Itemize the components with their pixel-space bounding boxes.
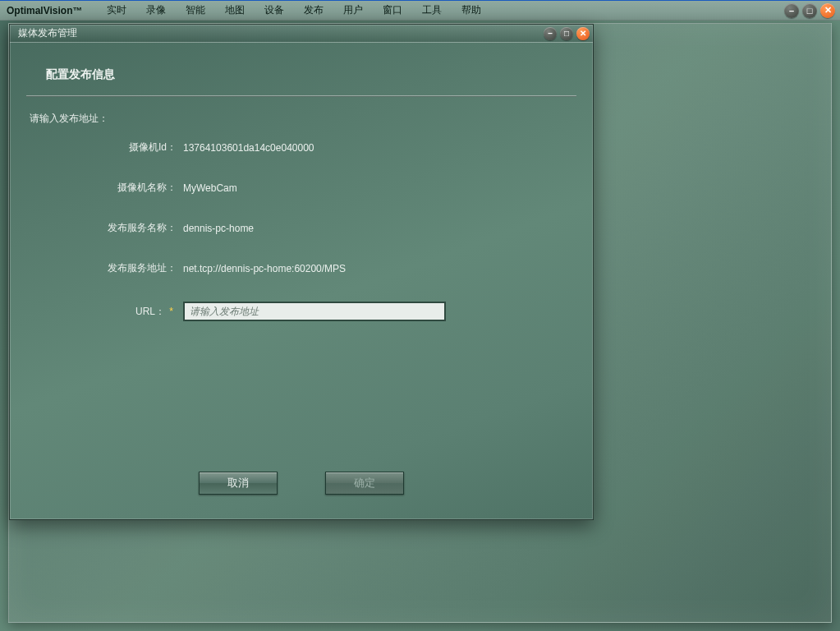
row-url: URL： * [39,302,580,321]
row-camera-id: 摄像机Id： 13764103601da14c0e040000 [39,140,580,154]
app-titlebar: OptimalVision™ 实时 录像 智能 地图 设备 发布 用户 窗口 工… [0,1,840,21]
dialog-body: 配置发布信息 请输入发布地址： 摄像机Id： 13764103601da14c0… [10,43,593,519]
section-divider [26,95,576,97]
dialog-titlebar[interactable]: 媒体发布管理 – □ ✕ [10,25,593,43]
content-area: 媒体发布管理 – □ ✕ 配置发布信息 请输入发布地址： 摄像机Id： 1376… [8,23,832,623]
dialog-maximize-icon[interactable]: □ [560,27,573,40]
camera-name-label: 摄像机名称： [39,181,183,195]
row-publish-service-addr: 发布服务地址： net.tcp://dennis-pc-home:60200/M… [39,261,580,275]
menu-window[interactable]: 窗口 [373,2,412,19]
publish-service-addr-label: 发布服务地址： [39,261,183,275]
dialog-close-icon[interactable]: ✕ [576,27,590,40]
row-publish-service-name: 发布服务名称： dennis-pc-home [39,221,580,235]
menu-user[interactable]: 用户 [333,2,373,19]
maximize-icon[interactable]: □ [802,3,817,18]
section-title: 配置发布信息 [23,53,580,95]
dialog-minimize-icon[interactable]: – [544,27,557,40]
dialog-title: 媒体发布管理 [18,26,77,40]
camera-id-label: 摄像机Id： [39,140,183,154]
publish-service-addr-value: net.tcp://dennis-pc-home:60200/MPS [183,263,346,274]
publish-service-name-value: dennis-pc-home [183,223,254,234]
camera-id-value: 13764103601da14c0e040000 [183,142,314,154]
menu-device[interactable]: 设备 [255,2,294,19]
close-icon[interactable]: ✕ [820,3,835,18]
prompt-text: 请输入发布地址： [23,108,580,140]
menu-map[interactable]: 地图 [215,2,255,19]
url-label: URL： * [39,305,183,319]
url-input[interactable] [183,302,446,321]
ok-button[interactable]: 确定 [325,472,404,495]
media-publish-dialog: 媒体发布管理 – □ ✕ 配置发布信息 请输入发布地址： 摄像机Id： 1376… [9,24,594,520]
publish-service-name-label: 发布服务名称： [39,221,183,235]
dialog-button-row: 取消 确定 [10,472,593,495]
cancel-button[interactable]: 取消 [199,472,278,495]
menu-publish[interactable]: 发布 [294,2,333,19]
url-label-text: URL： [135,306,165,317]
main-menu: 实时 录像 智能 地图 设备 发布 用户 窗口 工具 帮助 [97,2,491,19]
app-window-controls: – □ ✕ [784,3,837,18]
menu-help[interactable]: 帮助 [452,2,491,19]
menu-tools[interactable]: 工具 [412,2,452,19]
publish-form: 摄像机Id： 13764103601da14c0e040000 摄像机名称： M… [23,140,580,321]
menu-intelligent[interactable]: 智能 [176,2,215,19]
camera-name-value: MyWebCam [183,182,237,194]
dialog-window-controls: – □ ✕ [544,27,590,40]
menu-realtime[interactable]: 实时 [97,2,136,19]
app-title: OptimalVision™ [7,5,82,16]
menu-record[interactable]: 录像 [136,2,176,19]
minimize-icon[interactable]: – [784,3,799,18]
required-star-icon: * [169,306,173,317]
row-camera-name: 摄像机名称： MyWebCam [39,181,580,195]
